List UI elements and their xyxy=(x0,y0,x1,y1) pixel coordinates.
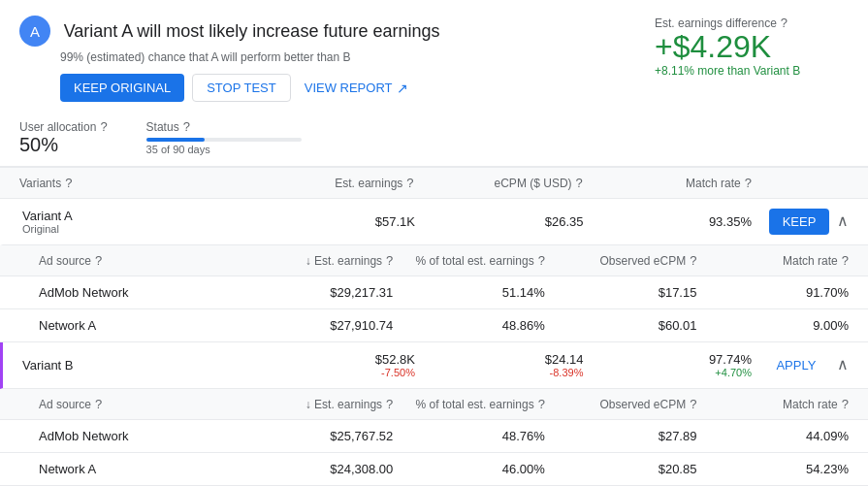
variant-a-ecpm: $26.35 xyxy=(415,214,584,229)
title-row: A Variant A will most likely increase fu… xyxy=(19,16,655,47)
earnings-diff-sub: +8.11% more than Variant B xyxy=(655,64,849,78)
keep-button[interactable]: KEEP xyxy=(769,209,830,235)
user-allocation-value: 50% xyxy=(19,134,108,156)
info-section: User allocation ? 50% Status ? 35 of 90 … xyxy=(0,113,868,167)
source-header-a-help-icon[interactable]: ? xyxy=(95,253,102,268)
variant-b-match-rate: 97.74% +4.70% xyxy=(583,352,752,378)
action-buttons: KEEP ORIGINAL STOP TEST VIEW REPORT ↗ xyxy=(60,74,655,102)
sub-col-match-header-a: Match rate ? xyxy=(696,253,849,268)
col-match-header: Match rate ? xyxy=(583,176,752,190)
variants-table: Variants ? Est. earnings ? eCPM ($ USD) … xyxy=(0,167,868,486)
variant-header-help-icon[interactable]: ? xyxy=(65,176,72,190)
variant-a-action: KEEP ∧ xyxy=(752,209,849,235)
obs-header-a-help-icon[interactable]: ? xyxy=(690,253,696,268)
earnings-diff-label: Est. earnings difference ? xyxy=(655,16,849,30)
sub-col-match-header-b: Match rate ? xyxy=(696,397,849,411)
variant-b-row: Variant B $52.8K -7.50% $24.14 -8.39% 97… xyxy=(0,342,868,389)
top-left: A Variant A will most likely increase fu… xyxy=(19,16,655,102)
sub-col-obs-header-a: Observed eCPM ? xyxy=(545,253,697,268)
match-sub-header-b-help-icon[interactable]: ? xyxy=(842,397,849,411)
view-report-button[interactable]: VIEW REPORT ↗ xyxy=(291,74,422,102)
user-allocation-label: User allocation ? xyxy=(19,119,108,134)
table-row: Network A $24,308.00 46.00% $20.85 54.23… xyxy=(0,453,868,486)
sub-col-source-header-a: Ad source ? xyxy=(39,253,241,268)
col-variant-header: Variants ? xyxy=(19,176,244,190)
variant-b-est-earnings: $52.8K -7.50% xyxy=(246,352,415,378)
variant-a-row: Variant A Original $57.1K $26.35 93.35% … xyxy=(0,199,868,245)
sub-col-est-header-a: ↓ Est. earnings ? xyxy=(241,253,394,268)
sub-col-source-header-b: Ad source ? xyxy=(39,397,241,411)
sub-table-b-header: Ad source ? ↓ Est. earnings ? % of total… xyxy=(0,389,868,420)
variant-a-est-earnings: $57.1K xyxy=(246,214,415,229)
avatar: A xyxy=(19,16,50,47)
variant-a-chevron[interactable]: ∧ xyxy=(837,212,849,229)
top-section: A Variant A will most likely increase fu… xyxy=(0,0,868,113)
variant-a-match-rate: 93.35% xyxy=(583,214,752,229)
progress-bar xyxy=(146,138,302,142)
col-ecpm-header: eCPM ($ USD) ? xyxy=(414,176,583,190)
variant-b-action: APPLY ∧ xyxy=(752,352,849,378)
sub-col-pct-header-b: % of total est. earnings ? xyxy=(393,397,545,411)
user-allocation-item: User allocation ? 50% xyxy=(19,119,108,156)
subtitle: 99% (estimated) chance that A will perfo… xyxy=(60,50,655,64)
est-header-a-help-icon[interactable]: ? xyxy=(386,253,393,268)
apply-button[interactable]: APPLY xyxy=(762,352,829,378)
stop-test-button[interactable]: STOP TEST xyxy=(192,74,291,102)
source-header-b-help-icon[interactable]: ? xyxy=(95,397,102,411)
match-sub-header-a-help-icon[interactable]: ? xyxy=(842,253,849,268)
table-header-row: Variants ? Est. earnings ? eCPM ($ USD) … xyxy=(0,167,868,199)
progress-bar-fill xyxy=(146,138,206,142)
est-earnings-header-help-icon[interactable]: ? xyxy=(406,176,413,190)
col-est-earnings-header: Est. earnings ? xyxy=(244,176,413,190)
earnings-diff-value: +$4.29K xyxy=(655,30,849,64)
status-days: 35 of 90 days xyxy=(146,144,302,155)
status-help-icon[interactable]: ? xyxy=(183,119,190,134)
obs-header-b-help-icon[interactable]: ? xyxy=(690,397,696,411)
sub-col-obs-header-b: Observed eCPM ? xyxy=(545,397,697,411)
status-label: Status ? xyxy=(146,119,302,134)
variant-a-sub-table: Ad source ? ↓ Est. earnings ? % of total… xyxy=(0,245,868,342)
variant-b-chevron[interactable]: ∧ xyxy=(837,356,849,373)
variant-b-sub-table: Ad source ? ↓ Est. earnings ? % of total… xyxy=(0,389,868,486)
earnings-diff-help-icon[interactable]: ? xyxy=(781,16,788,30)
page-title: Variant A will most likely increase futu… xyxy=(64,21,440,41)
match-header-help-icon[interactable]: ? xyxy=(745,176,752,190)
variant-a-name: Variant A Original xyxy=(22,209,246,235)
earnings-difference-panel: Est. earnings difference ? +$4.29K +8.11… xyxy=(655,16,849,78)
table-row: AdMob Network $25,767.52 48.76% $27.89 4… xyxy=(0,420,868,453)
sub-col-pct-header-a: % of total est. earnings ? xyxy=(393,253,545,268)
sub-table-a-header: Ad source ? ↓ Est. earnings ? % of total… xyxy=(0,245,868,276)
variant-b-ecpm: $24.14 -8.39% xyxy=(415,352,584,378)
external-link-icon: ↗ xyxy=(397,81,408,96)
table-row: Network A $27,910.74 48.86% $60.01 9.00% xyxy=(0,309,868,341)
status-item: Status ? 35 of 90 days xyxy=(146,119,302,156)
variant-b-name: Variant B xyxy=(22,358,246,373)
pct-header-b-help-icon[interactable]: ? xyxy=(538,397,545,411)
sub-col-est-header-b: ↓ Est. earnings ? xyxy=(241,397,394,411)
pct-header-a-help-icon[interactable]: ? xyxy=(538,253,545,268)
user-allocation-help-icon[interactable]: ? xyxy=(100,119,107,134)
table-row: AdMob Network $29,217.31 51.14% $17.15 9… xyxy=(0,276,868,309)
est-header-b-help-icon[interactable]: ? xyxy=(386,397,393,411)
keep-original-button[interactable]: KEEP ORIGINAL xyxy=(60,74,184,102)
ecpm-header-help-icon[interactable]: ? xyxy=(576,176,583,190)
